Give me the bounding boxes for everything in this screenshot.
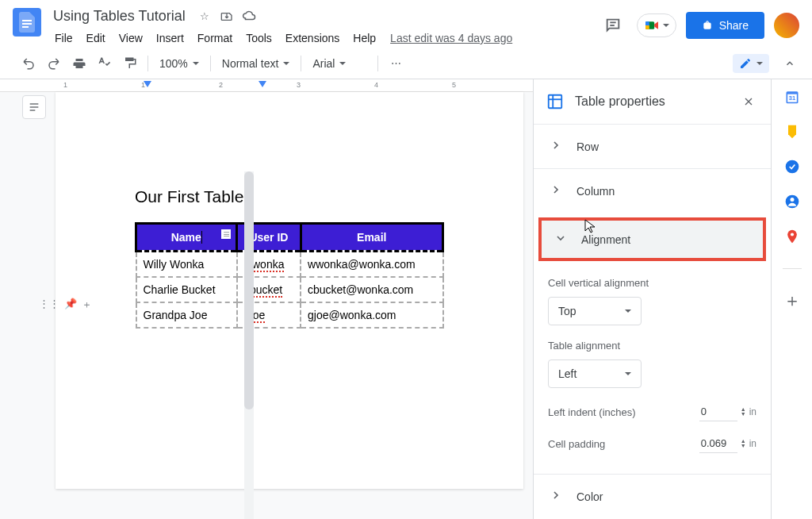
svg-point-19 <box>790 198 794 202</box>
svg-point-20 <box>790 233 793 236</box>
menu-insert[interactable]: Insert <box>151 29 190 48</box>
color-section-toggle[interactable]: Color <box>534 475 771 518</box>
column-section-toggle[interactable]: Column <box>534 169 771 213</box>
table-row[interactable]: Charlie Bucket cbucket cbucket@wonka.com <box>136 277 443 302</box>
get-addons-icon[interactable]: ＋ <box>784 293 800 309</box>
vertical-scrollbar[interactable] <box>244 171 254 519</box>
menu-tools[interactable]: Tools <box>240 29 278 48</box>
docs-logo-icon[interactable] <box>13 8 41 37</box>
pin-icon[interactable]: 📌 <box>64 298 77 312</box>
table-alignment-label: Table alignment <box>548 340 756 352</box>
horizontal-ruler[interactable]: 1 1 2 3 4 5 <box>0 79 533 92</box>
data-table[interactable]: Name≡ User ID Email Willy Wonka wwonka w… <box>135 222 444 329</box>
header-bar: Using Tables Tutorial ☆ File Edit View I… <box>0 0 812 51</box>
share-label: Share <box>719 19 749 32</box>
paint-format-button[interactable] <box>119 52 141 75</box>
svg-rect-2 <box>22 26 29 28</box>
calendar-addon-icon[interactable]: 31 <box>784 89 800 105</box>
alignment-section-toggle[interactable]: Alignment <box>542 221 763 258</box>
contacts-addon-icon[interactable] <box>784 194 800 210</box>
document-page[interactable]: Our First Table Name≡ User ID Email Will… <box>56 92 523 489</box>
share-button[interactable]: Share <box>686 12 764 39</box>
toolbar: 100% Normal text Arial ⋯ <box>0 51 812 79</box>
account-avatar[interactable] <box>774 13 799 38</box>
spellcheck-button[interactable] <box>94 52 116 75</box>
stepper-icon[interactable]: ▲▼ <box>741 439 746 448</box>
font-dropdown[interactable]: Arial <box>308 54 371 73</box>
menu-view[interactable]: View <box>113 29 148 48</box>
editing-mode-button[interactable] <box>733 54 769 73</box>
chevron-down-icon <box>554 232 567 247</box>
tasks-addon-icon[interactable] <box>784 159 800 175</box>
table-header-name[interactable]: Name≡ <box>136 224 237 252</box>
chevron-right-icon <box>550 139 562 154</box>
chevron-right-icon <box>550 489 562 504</box>
more-tools-button[interactable]: ⋯ <box>385 52 407 75</box>
table-row[interactable]: Willy Wonka wwonka wwonka@wonka.com <box>136 252 443 278</box>
comments-icon[interactable] <box>599 11 627 40</box>
side-addon-rail: 31 ＋ <box>771 79 812 519</box>
document-heading[interactable]: Our First Table <box>135 187 444 206</box>
document-canvas[interactable]: 1 1 2 3 4 5 Our First Table Name≡ User I… <box>0 79 533 519</box>
menu-help[interactable]: Help <box>347 29 381 48</box>
row-section-toggle[interactable]: Row <box>534 125 771 168</box>
left-indent-label: Left indent (inches) <box>548 406 636 418</box>
star-icon[interactable]: ☆ <box>197 9 212 23</box>
svg-text:31: 31 <box>788 94 795 102</box>
meet-button[interactable] <box>637 13 676 37</box>
cell-padding-label: Cell padding <box>548 438 605 450</box>
svg-rect-11 <box>549 95 562 109</box>
panel-title: Table properties <box>575 94 728 109</box>
move-icon[interactable] <box>220 9 234 23</box>
undo-button[interactable] <box>17 52 40 75</box>
zoom-dropdown[interactable]: 100% <box>155 54 204 73</box>
maps-addon-icon[interactable] <box>784 229 800 244</box>
menu-edit[interactable]: Edit <box>81 29 111 48</box>
table-icon <box>546 93 564 110</box>
svg-rect-6 <box>645 21 649 25</box>
menu-format[interactable]: Format <box>192 29 238 48</box>
keep-addon-icon[interactable] <box>784 124 800 140</box>
style-dropdown[interactable]: Normal text <box>217 54 295 73</box>
menu-file[interactable]: File <box>49 29 79 48</box>
left-indent-input[interactable] <box>699 402 737 421</box>
print-button[interactable] <box>68 52 90 75</box>
svg-rect-1 <box>22 23 32 25</box>
table-row-controls[interactable]: ⋮⋮ 📌 ＋ <box>39 298 92 312</box>
svg-rect-7 <box>645 25 649 29</box>
cell-vertical-alignment-select[interactable]: Top <box>548 297 642 325</box>
chevron-right-icon <box>550 183 562 198</box>
cell-padding-input[interactable] <box>699 434 737 453</box>
add-row-icon[interactable]: ＋ <box>82 298 92 312</box>
cell-vertical-alignment-label: Cell vertical alignment <box>548 277 756 289</box>
menu-extensions[interactable]: Extensions <box>280 29 345 48</box>
stepper-icon[interactable]: ▲▼ <box>741 407 746 417</box>
cloud-status-icon[interactable] <box>242 9 256 23</box>
table-alignment-select[interactable]: Left <box>548 359 642 388</box>
svg-point-17 <box>785 160 799 174</box>
close-panel-button[interactable] <box>739 92 758 111</box>
last-edit-link[interactable]: Last edit was 4 days ago <box>390 32 512 44</box>
collapse-toolbar-button[interactable] <box>780 54 799 73</box>
redo-button[interactable] <box>43 52 65 75</box>
table-header-email[interactable]: Email <box>301 224 442 252</box>
svg-rect-0 <box>22 20 32 21</box>
document-outline-button[interactable] <box>22 95 46 119</box>
table-properties-panel: Table properties Row Column Alignment Ce… <box>533 79 771 519</box>
drag-handle-icon[interactable]: ⋮⋮ <box>39 298 59 312</box>
table-row[interactable]: Grandpa Joe gjoe gjoe@wonka.com <box>136 302 443 328</box>
document-title[interactable]: Using Tables Tutorial <box>49 6 190 27</box>
